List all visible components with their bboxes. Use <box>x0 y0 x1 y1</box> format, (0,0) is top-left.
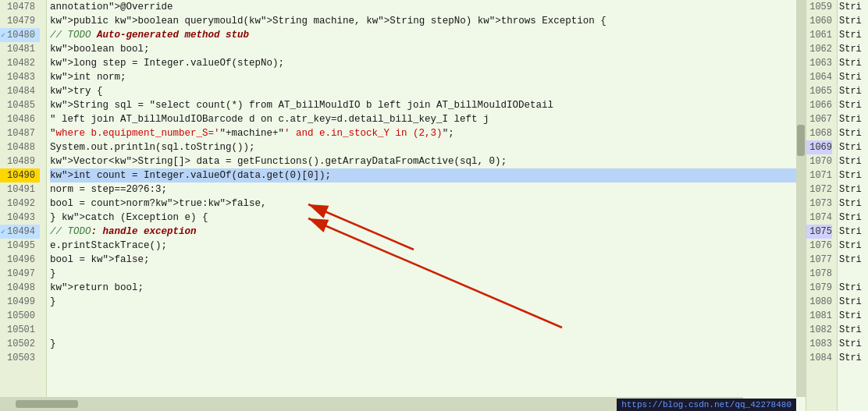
right-line-num-1075: 1075 <box>806 225 832 239</box>
right-line-numbers: 1059106010611062106310641065106610671068… <box>806 0 838 411</box>
line-numbers: 1047810479✓10480104811048210483104841048… <box>0 0 47 411</box>
right-code-line-1069: Stri <box>839 140 868 154</box>
right-line-num-1062: 1062 <box>806 42 832 56</box>
line-number-10479: 10479 <box>0 14 40 28</box>
line-number-10494: ✓10494 <box>0 225 40 239</box>
right-line-num-1074: 1074 <box>806 211 832 225</box>
line-number-10481: 10481 <box>0 42 40 56</box>
right-line-num-1084: 1084 <box>806 351 832 365</box>
line-number-10486: 10486 <box>0 112 40 126</box>
line-number-10490: 10490 <box>0 168 40 182</box>
code-line-10486: " left join AT_billMouldIOBarcode d on c… <box>50 112 806 126</box>
code-line-10502: } <box>50 337 806 351</box>
code-scroll: 1047810479✓10480104811048210483104841048… <box>0 0 806 411</box>
code-line-10488: System.out.println(sql.toString()); <box>50 140 806 154</box>
code-line-10480: // TODO Auto-generated method stub <box>50 28 806 42</box>
right-line-num-1076: 1076 <box>806 239 832 253</box>
code-line-10478: annotation">@Override <box>50 0 806 14</box>
line-number-10480: ✓10480 <box>0 28 40 42</box>
right-line-num-1078: 1078 <box>806 267 832 281</box>
right-line-num-1060: 1060 <box>806 14 832 28</box>
right-code-line-1075: Stri <box>839 225 868 239</box>
code-line-10503 <box>50 351 806 365</box>
right-code-line-1070: Stri <box>839 154 868 168</box>
code-line-10482: kw">long step = Integer.valueOf(stepNo); <box>50 56 806 70</box>
code-line-10491: norm = step==20?6:3; <box>50 182 806 197</box>
line-number-10484: 10484 <box>0 84 40 98</box>
right-code-line-1067: Stri <box>839 112 868 126</box>
right-code-line-1068: Stri <box>839 126 868 140</box>
code-line-10500 <box>50 309 806 323</box>
right-line-num-1080: 1080 <box>806 295 832 309</box>
right-code: StriStriStriStriStriStriStriStriStriStri… <box>838 0 868 411</box>
line-number-10499: 10499 <box>0 295 40 309</box>
right-line-num-1082: 1082 <box>806 323 832 337</box>
right-code-line-1078 <box>839 267 868 281</box>
right-code-line-1060: Stri <box>839 14 868 28</box>
right-line-num-1079: 1079 <box>806 281 832 295</box>
code-line-10484: kw">try { <box>50 84 806 98</box>
code-line-10496: bool = kw">false; <box>50 253 806 267</box>
right-code-line-1066: Stri <box>839 98 868 112</box>
right-code-line-1084: Stri <box>839 351 868 365</box>
right-code-line-1065: Stri <box>839 84 868 98</box>
code-line-10483: kw">int norm; <box>50 70 806 84</box>
code-line-10497: } <box>50 267 806 281</box>
line-number-10502: 10502 <box>0 337 40 351</box>
right-line-num-1065: 1065 <box>806 84 832 98</box>
line-number-10495: 10495 <box>0 239 40 253</box>
right-code-line-1071: Stri <box>839 168 868 182</box>
scrollbar-h-thumb[interactable] <box>16 400 78 408</box>
line-number-10498: 10498 <box>0 281 40 295</box>
right-line-num-1068: 1068 <box>806 126 832 140</box>
line-number-10487: 10487 <box>0 126 40 140</box>
code-line-10499: } <box>50 295 806 309</box>
right-code-line-1063: Stri <box>839 56 868 70</box>
line-number-10493: 10493 <box>0 211 40 225</box>
vertical-scrollbar[interactable] <box>796 0 806 397</box>
url-text: https://blog.csdn.net/qq_42278480 <box>621 400 792 409</box>
right-code-line-1076: Stri <box>839 239 868 253</box>
right-line-num-1066: 1066 <box>806 98 832 112</box>
line-number-10497: 10497 <box>0 267 40 281</box>
line-number-10483: 10483 <box>0 70 40 84</box>
scrollbar-v-thumb[interactable] <box>797 125 805 156</box>
right-line-num-1067: 1067 <box>806 112 832 126</box>
line-number-10501: 10501 <box>0 323 40 337</box>
code-line-10495: e.printStackTrace(); <box>50 239 806 253</box>
line-number-10485: 10485 <box>0 98 40 112</box>
right-line-num-1083: 1083 <box>806 337 832 351</box>
line-number-10491: 10491 <box>0 182 40 197</box>
right-line-num-1069: 1069 <box>806 140 832 154</box>
code-area: 1047810479✓10480104811048210483104841048… <box>0 0 806 411</box>
right-code-line-1059: Stri <box>839 0 868 14</box>
code-line-10501 <box>50 323 806 337</box>
code-line-10494: // TODO: handle exception <box>50 225 806 239</box>
right-code-line-1062: Stri <box>839 42 868 56</box>
right-line-num-1064: 1064 <box>806 70 832 84</box>
line-number-10478: 10478 <box>0 0 40 14</box>
right-code-line-1061: Stri <box>839 28 868 42</box>
line-number-10500: 10500 <box>0 309 40 323</box>
line-number-10503: 10503 <box>0 351 40 365</box>
right-line-num-1061: 1061 <box>806 28 832 42</box>
right-line-num-1072: 1072 <box>806 182 832 197</box>
right-line-num-1071: 1071 <box>806 168 832 182</box>
right-line-num-1073: 1073 <box>806 197 832 211</box>
code-line-10481: kw">boolean bool; <box>50 42 806 56</box>
right-line-num-1059: 1059 <box>806 0 832 14</box>
url-bar: https://blog.csdn.net/qq_42278480 <box>617 399 796 411</box>
right-code-line-1064: Stri <box>839 70 868 84</box>
right-line-num-1070: 1070 <box>806 154 832 168</box>
code-line-10487: "where b.equipment_number_S='"+machine+"… <box>50 126 806 140</box>
code-line-10492: bool = count>norm?kw">true:kw">false, <box>50 197 806 211</box>
right-code-line-1080: Stri <box>839 295 868 309</box>
line-number-10488: 10488 <box>0 140 40 154</box>
code-line-10490: kw">int count = Integer.valueOf(data.get… <box>50 168 806 182</box>
right-code-line-1079: Stri <box>839 281 868 295</box>
line-number-10496: 10496 <box>0 253 40 267</box>
right-code-line-1081: Stri <box>839 309 868 323</box>
editor-container: 1047810479✓10480104811048210483104841048… <box>0 0 868 411</box>
right-code-line-1077: Stri <box>839 253 868 267</box>
line-number-10492: 10492 <box>0 197 40 211</box>
